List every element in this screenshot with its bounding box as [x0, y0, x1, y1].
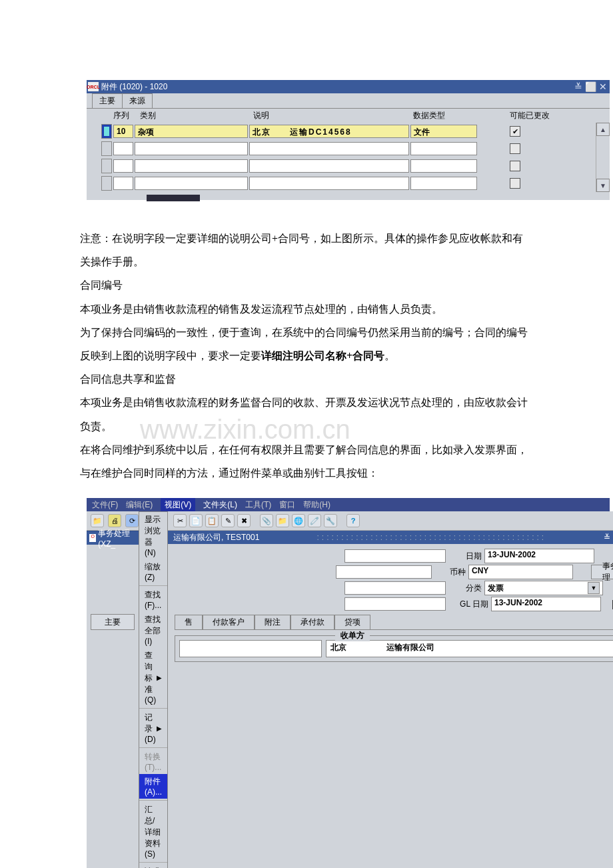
field-currency[interactable]: CNY	[468, 565, 573, 579]
toolbar-right: ✂ 📄 📋 ✎ ✖ 📎 📁 🌐 🧷 🔧 ?	[168, 511, 613, 531]
table-row[interactable]	[101, 140, 596, 157]
field-gldate[interactable]: 13-JUN-2002	[491, 597, 601, 611]
menu-window[interactable]: 窗口	[279, 499, 295, 511]
close-icon[interactable]: ✕	[599, 81, 607, 92]
attachment-window: ORCL 附件 (1020) - 1020 ≚ ⬜ ✕ 主要 来源 序列 类别 …	[87, 80, 610, 200]
menu-edit[interactable]: 编辑(E)	[126, 499, 153, 511]
menu-item-record[interactable]: 记录(D)▶	[139, 710, 167, 746]
menu-item-browser[interactable]: 显示浏览器(N)	[139, 512, 167, 559]
globe-icon[interactable]: 🌐	[292, 514, 305, 527]
menu-item-findall[interactable]: 查找全部(I)	[139, 612, 167, 648]
tabs-row: 主要 来源	[87, 93, 610, 109]
menu-item-find[interactable]: 查找(F)...	[139, 587, 167, 612]
copy-icon[interactable]: 📄	[189, 514, 203, 527]
header-category: 类别	[140, 110, 253, 121]
folder-icon[interactable]: 📁	[91, 514, 104, 527]
field-billto[interactable]: 北京 运输有限公司	[326, 640, 613, 657]
tab-note[interactable]: 附注	[255, 615, 291, 629]
billto-group: 收单方 北京 运输有限公司	[175, 635, 613, 662]
menu-item-detail[interactable]: 汇总/详细资料(S)	[139, 802, 167, 861]
main-tab-button[interactable]: 主要	[91, 614, 135, 630]
table-row[interactable]	[101, 175, 596, 192]
menu-view[interactable]: 视图(V)	[161, 498, 195, 512]
cell-modifiable[interactable]: ✔	[478, 126, 552, 137]
document-body: www.zixin.com.cn 注意：在说明字段一定要详细的说明公司+合同号，…	[80, 227, 533, 485]
cell-description[interactable]: 北京 运输DC14568	[249, 125, 409, 138]
input-blank1[interactable]	[344, 549, 446, 563]
attachment-icon[interactable]: 📎	[260, 514, 273, 527]
delete-icon[interactable]: ✖	[237, 514, 251, 527]
menu-file[interactable]: 文件(F)	[92, 499, 118, 511]
transaction-window: 文件(F) 编辑(E) 视图(V) 文件夹(L) 工具(T) 窗口 帮助(H) …	[87, 498, 610, 868]
window-title: 附件 (1020) - 1020	[101, 81, 167, 93]
input-blank4[interactable]	[344, 597, 446, 611]
tab-payer[interactable]: 付款客户	[203, 615, 255, 629]
row-selector[interactable]	[101, 124, 112, 139]
tab-commit[interactable]: 承付款	[291, 615, 334, 629]
input-blank2[interactable]	[336, 565, 432, 579]
help-icon[interactable]: ?	[346, 514, 360, 527]
edit-icon[interactable]: ✎	[221, 514, 235, 527]
menu-item-attachment[interactable]: 附件(A)...	[139, 774, 167, 799]
cell-category[interactable]: 杂项	[135, 125, 248, 138]
header-seq: 序列	[113, 110, 140, 121]
folder2-icon[interactable]: 📁	[276, 514, 289, 527]
table-row[interactable]: 10 杂项 北京 运输DC14568 文件 ✔	[101, 123, 596, 140]
inner-tabs: 售 付款客户 附注 承付款 贷项	[175, 615, 613, 630]
cell-datatype[interactable]: 文件	[410, 125, 477, 138]
title-dots: ::::::::::::::::::::::::::::::::::::::::…	[316, 533, 546, 542]
label-gldate: GL 日期	[448, 599, 488, 610]
inner-title-text: 运输有限公司, TEST001	[173, 532, 259, 543]
row-selector[interactable]	[101, 159, 112, 173]
tab-credit[interactable]: 贷项	[334, 615, 370, 629]
menu-item-request[interactable]: 请求(R)	[139, 864, 167, 868]
header-modifiable: 可能已更改	[493, 110, 566, 121]
cell-seq[interactable]: 10	[113, 125, 133, 138]
table-headers: 序列 类别 说明 数据类型 可能已更改	[87, 109, 610, 123]
group-title: 收单方	[335, 630, 370, 641]
cut-icon[interactable]: ✂	[173, 514, 187, 527]
header-description: 说明	[253, 110, 413, 121]
menu-item-convert: 转换(T)...	[139, 749, 167, 774]
chevron-down-icon[interactable]: ▼	[588, 582, 600, 594]
inner-window-buttons[interactable]: ≚ ⬜ ✕	[604, 533, 613, 542]
menu-help[interactable]: 帮助(H)	[303, 499, 330, 511]
scroll-down-icon[interactable]: ▼	[596, 179, 610, 192]
row-selector[interactable]	[101, 176, 112, 191]
left-panel: 📁 🖨 ⟳ O 事务处理 (XZ_ 主要	[87, 511, 139, 868]
field-blank-left[interactable]	[179, 640, 322, 657]
scroll-up-icon[interactable]: ▲	[596, 123, 610, 136]
tab-main[interactable]: 主要	[92, 93, 123, 108]
label-date: 日期	[448, 551, 482, 562]
field-class[interactable]: 发票▼	[484, 581, 603, 595]
field-date[interactable]: 13-JUN-2002	[484, 549, 594, 563]
window-titlebar: ORCL 附件 (1020) - 1020 ≚ ⬜ ✕	[87, 80, 610, 93]
vertical-scrollbar[interactable]: ▲ ▼	[596, 123, 610, 192]
menu-item-criteria[interactable]: 查询标准(Q)▶	[139, 648, 167, 707]
paragraph: 本项业务是由销售收款流程的财务监督合同的收款、开票及发运状况节点处理的，由应收款…	[80, 391, 533, 437]
refresh-icon[interactable]: ⟳	[125, 514, 139, 527]
paste-icon[interactable]: 📋	[205, 514, 219, 527]
form-panel: ✂ 📄 📋 ✎ ✖ 📎 📁 🌐 🧷 🔧 ? 运输有限公司, TEST001	[168, 511, 613, 868]
paragraph: 本项业务是由销售收款流程的销售及发运流程节点处理的，由销售人员负责。	[80, 297, 533, 321]
label-currency: 币种	[434, 567, 466, 578]
tab-source[interactable]: 来源	[122, 93, 153, 108]
input-blank3[interactable]	[344, 581, 446, 595]
label-class: 分类	[448, 583, 482, 594]
menu-folder[interactable]: 文件夹(L)	[203, 499, 237, 511]
tool-icon[interactable]: 🔧	[324, 514, 337, 527]
table-row[interactable]	[101, 157, 596, 175]
row-selector[interactable]	[101, 141, 112, 156]
paragraph: 合同编号	[80, 273, 533, 297]
maximize-icon[interactable]: ⬜	[585, 81, 596, 92]
txn-button[interactable]: 事务处理	[591, 565, 613, 579]
clip-icon[interactable]: 🧷	[308, 514, 321, 527]
app-icon: O	[89, 534, 96, 542]
minimize-icon[interactable]: ≚	[574, 81, 582, 92]
paragraph: 为了保持合同编码的一致性，便于查询，在系统中的合同编号仍然采用当前的编号；合同的…	[80, 321, 533, 367]
menu-tools[interactable]: 工具(T)	[245, 499, 271, 511]
print-icon[interactable]: 🖨	[108, 514, 121, 527]
menu-item-zoom[interactable]: 缩放(Z)	[139, 559, 167, 584]
tab-sale[interactable]: 售	[175, 615, 203, 629]
app-icon: ORCL	[88, 82, 99, 91]
